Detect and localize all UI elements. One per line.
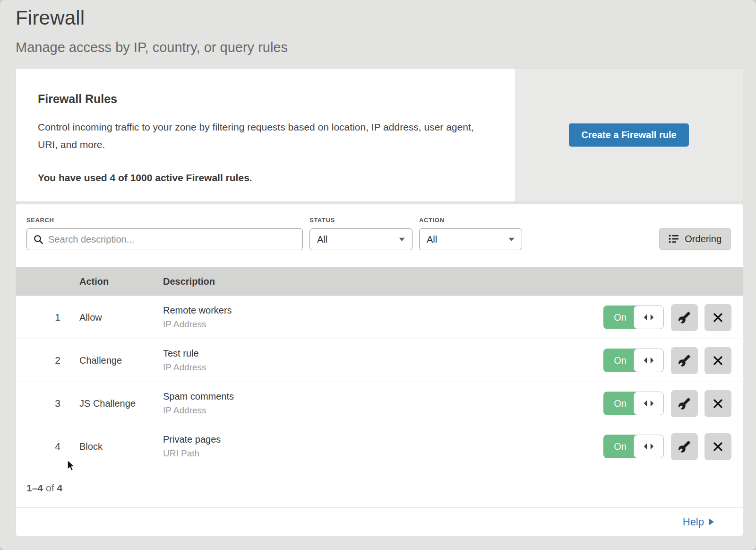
delete-rule-button[interactable] (704, 433, 731, 460)
drag-arrows-icon (643, 357, 654, 364)
rule-priority: 4 (16, 441, 79, 452)
delete-rule-button[interactable] (704, 390, 731, 417)
rule-controls: On (599, 347, 731, 374)
toggle-knob[interactable] (634, 392, 664, 415)
wrench-icon (678, 354, 691, 367)
overview-text-panel: Firewall Rules Control incoming traffic … (16, 69, 515, 201)
chevron-right-icon (709, 518, 714, 525)
card-footer: Help (16, 507, 743, 536)
rule-enabled-toggle[interactable]: On (603, 349, 664, 372)
table-row: 3 JS Challenge Spam comments IP Address … (16, 382, 743, 425)
close-icon (713, 355, 723, 366)
drag-arrows-icon (643, 314, 654, 321)
chevron-down-icon (399, 237, 405, 242)
toggle-on-label: On (603, 392, 637, 415)
drag-arrows-icon (643, 443, 654, 450)
help-link-label: Help (683, 516, 704, 528)
search-label: SEARCH (26, 217, 303, 224)
search-field-group: SEARCH (26, 217, 303, 250)
status-label: STATUS (309, 217, 412, 224)
firewall-rules-overview-card: Firewall Rules Control incoming traffic … (16, 68, 743, 202)
table-row: 4 Block Private pages URI Path On (16, 425, 743, 468)
toggle-knob[interactable] (634, 349, 664, 372)
rules-usage-count: You have used 4 of 1000 active Firewall … (38, 172, 493, 183)
rule-match-type: URI Path (163, 448, 599, 459)
rule-controls: On (599, 304, 731, 331)
overview-action-panel: Create a Firewall rule (515, 69, 743, 201)
toggle-knob[interactable] (634, 435, 664, 458)
close-icon (713, 441, 723, 452)
search-input[interactable] (48, 234, 296, 245)
rule-controls: On (599, 433, 731, 460)
close-icon (713, 398, 723, 409)
toggle-knob[interactable] (634, 306, 664, 329)
pagination-range: 1–4 (26, 482, 43, 494)
rule-enabled-toggle[interactable]: On (603, 392, 664, 415)
description-column-header: Description (163, 276, 599, 287)
edit-rule-button[interactable] (671, 347, 698, 374)
table-row: 1 Allow Remote workers IP Address On (16, 296, 743, 339)
delete-rule-button[interactable] (704, 347, 731, 374)
rule-description: Remote workers (163, 305, 599, 316)
ordering-button[interactable]: Ordering (659, 228, 731, 250)
rule-priority: 3 (16, 398, 79, 409)
rule-match-type: IP Address (163, 362, 599, 373)
rule-priority: 2 (16, 355, 79, 366)
rule-description: Test rule (163, 348, 599, 359)
rule-action: Allow (79, 312, 163, 323)
action-column-header: Action (79, 276, 163, 287)
rule-description-cell: Test rule IP Address (163, 348, 599, 373)
filter-bar: SEARCH STATUS All (16, 204, 743, 267)
rule-description: Spam comments (163, 391, 599, 402)
wrench-icon (678, 311, 691, 324)
chevron-down-icon (508, 237, 515, 242)
wrench-icon (678, 440, 691, 453)
wrench-icon (678, 397, 691, 410)
rule-description-cell: Spam comments IP Address (163, 391, 599, 416)
rule-match-type: IP Address (163, 319, 599, 330)
overview-heading: Firewall Rules (38, 92, 493, 106)
create-firewall-rule-button[interactable]: Create a Firewall rule (569, 123, 688, 147)
toggle-on-label: On (603, 306, 637, 329)
toggle-on-label: On (603, 435, 637, 458)
table-header: Action Description (16, 267, 743, 296)
edit-rule-button[interactable] (671, 304, 698, 331)
rule-action: Challenge (79, 355, 163, 366)
rule-action: JS Challenge (79, 398, 163, 409)
rule-priority: 1 (16, 312, 79, 323)
firewall-rules-list-card: SEARCH STATUS All (16, 204, 743, 536)
table-body: 1 Allow Remote workers IP Address On (16, 296, 743, 468)
status-field-group: STATUS All (309, 217, 412, 250)
edit-rule-button[interactable] (671, 433, 698, 460)
drag-arrows-icon (643, 400, 654, 407)
delete-rule-button[interactable] (704, 304, 731, 331)
firewall-page: Firewall Manage access by IP, country, o… (0, 0, 756, 550)
help-link[interactable]: Help (683, 516, 714, 528)
ordering-button-label: Ordering (685, 234, 722, 244)
page-title: Firewall (16, 7, 743, 29)
search-box (26, 228, 303, 250)
rule-controls: On (599, 390, 731, 417)
status-select-value: All (317, 234, 327, 245)
action-label: ACTION (419, 217, 522, 224)
rule-match-type: IP Address (163, 405, 599, 416)
edit-rule-button[interactable] (671, 390, 698, 417)
action-select[interactable]: All (419, 228, 522, 250)
ordered-list-icon (669, 234, 679, 244)
toggle-on-label: On (603, 349, 637, 372)
status-select[interactable]: All (309, 228, 412, 250)
rule-enabled-toggle[interactable]: On (603, 306, 664, 329)
pagination-separator: of (46, 482, 54, 494)
rule-description: Private pages (163, 434, 599, 445)
rule-enabled-toggle[interactable]: On (603, 435, 664, 458)
action-select-value: All (427, 234, 437, 245)
page-subtitle: Manage access by IP, country, or query r… (16, 40, 743, 55)
close-icon (713, 312, 723, 323)
rule-description-cell: Private pages URI Path (163, 434, 599, 459)
action-field-group: ACTION All (419, 217, 522, 250)
search-icon (34, 235, 43, 244)
rule-description-cell: Remote workers IP Address (163, 305, 599, 330)
overview-description: Control incoming traffic to your zone by… (38, 118, 487, 153)
pagination: 1–4 of 4 (16, 468, 743, 507)
table-row: 2 Challenge Test rule IP Address On (16, 339, 743, 382)
